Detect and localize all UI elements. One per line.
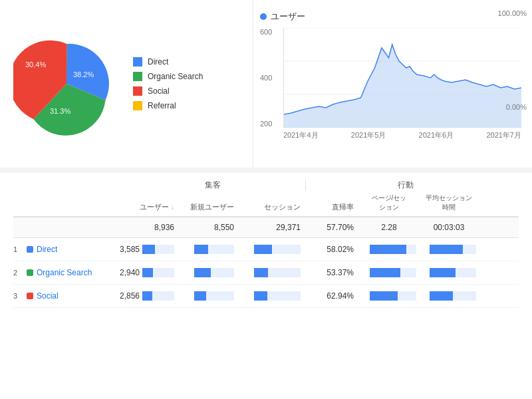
chart-canvas [283, 28, 521, 128]
total-avg: 00:03:03 [434, 223, 465, 232]
avg-bar-fill [430, 268, 456, 277]
users-bar-fill [142, 291, 152, 301]
pages-cell [359, 268, 416, 277]
users-cell: 2,940 [120, 268, 174, 277]
header-bounce[interactable]: 直帰率 [306, 202, 359, 212]
header-pages[interactable]: ページ/セッション [359, 194, 419, 212]
pie-label-direct: 38.2% [73, 70, 94, 78]
users-value: 3,585 [120, 245, 140, 254]
new-users-bar-fill [194, 245, 208, 254]
sessions-cell [239, 291, 301, 301]
x-label-apr: 2021年4月 [283, 130, 319, 140]
pie-label-organic: 31.3% [50, 107, 70, 115]
organic-color-icon [133, 72, 142, 81]
users-bar-bg [142, 268, 174, 277]
row-name-link[interactable]: Social [37, 291, 59, 301]
direct-color-icon [133, 57, 142, 66]
legend-direct: Direct [133, 57, 203, 66]
social-color-icon [133, 86, 142, 96]
row-name-cell: Direct [27, 245, 120, 254]
pages-bar-fill [370, 245, 406, 254]
pages-bar-bg [370, 291, 416, 301]
new-users-bar-fill [194, 268, 211, 277]
legend-organic-label: Organic Search [148, 72, 203, 81]
users-value: 2,940 [120, 268, 140, 277]
sessions-bar-fill [254, 245, 272, 254]
avg-cell [419, 268, 476, 277]
row-name-link[interactable]: Organic Search [37, 268, 92, 277]
users-bar-bg [142, 291, 174, 301]
legend-organic: Organic Search [133, 72, 203, 81]
legend-direct-label: Direct [148, 57, 168, 66]
pie-legend: Direct Organic Search Social Referral [133, 57, 203, 110]
x-label-may: 2021年5月 [351, 130, 386, 140]
avg-cell [419, 291, 476, 301]
header-avg[interactable]: 平均セッション時間 [419, 194, 479, 212]
row-rank: 1 [13, 245, 27, 253]
x-label-jul: 2021年7月 [486, 130, 521, 140]
users-value: 2,856 [120, 291, 140, 301]
legend-referral: Referral [133, 101, 203, 110]
table-row: 1 Direct 3,585 [13, 238, 519, 261]
new-users-cell [180, 291, 234, 301]
new-users-bar-bg [194, 245, 234, 254]
avg-cell [419, 245, 476, 254]
sessions-cell [239, 245, 301, 254]
y-axis: 600 400 200 [260, 28, 280, 128]
line-chart-area: 600 400 200 2021年4月 2021年 [260, 28, 521, 148]
total-users: 8,936 [154, 223, 174, 232]
sort-arrow-icon: ↓ [171, 203, 174, 211]
avg-bar-bg [430, 291, 476, 301]
sessions-bar-bg [254, 245, 301, 254]
new-users-bar-bg [194, 291, 234, 301]
sessions-cell [239, 268, 301, 277]
avg-bar-bg [430, 268, 476, 277]
table-rows: 1 Direct 3,585 [13, 238, 519, 308]
sessions-bar-bg [254, 291, 301, 301]
bounce-cell: 53.37% [306, 268, 359, 277]
referral-color-icon [133, 101, 142, 110]
pie-section: 38.2% 31.3% 30.4% Direct Organic Search … [0, 0, 253, 168]
total-new-users: 8,550 [214, 223, 234, 232]
y-label-200: 200 [260, 120, 280, 128]
legend-social: Social [133, 86, 203, 96]
header-sessions[interactable]: セッション [239, 202, 306, 212]
x-axis: 2021年4月 2021年5月 2021年6月 2021年7月 [283, 130, 521, 140]
avg-bar-fill [430, 245, 463, 254]
users-bar-fill [142, 268, 153, 277]
behavior-section-label: 行動 [306, 180, 505, 191]
users-bar-fill [142, 245, 155, 254]
pages-cell [359, 291, 416, 301]
sessions-bar-fill [254, 291, 267, 301]
avg-bar-bg [430, 245, 476, 254]
y-label-600: 600 [260, 28, 280, 36]
chart-title-label: ユーザー [271, 11, 305, 23]
total-pages: 2.28 [381, 223, 396, 232]
y-label-400: 400 [260, 74, 280, 82]
line-chart-section: ユーザー 600 400 200 [253, 0, 532, 168]
right-y-bottom: 0.00% [506, 103, 527, 111]
chart-title: ユーザー [260, 11, 521, 23]
pages-bar-fill [370, 291, 398, 301]
pages-bar-fill [370, 268, 400, 277]
row-name-link[interactable]: Direct [37, 245, 57, 254]
header-users[interactable]: ユーザー ↓ [120, 202, 180, 212]
row-name-cell: Organic Search [27, 268, 120, 277]
pages-bar-bg [370, 268, 416, 277]
row-name-cell: Social [27, 291, 120, 301]
new-users-bar-bg [194, 268, 234, 277]
row-rank: 2 [13, 269, 27, 277]
bounce-cell: 58.02% [306, 245, 359, 254]
legend-referral-label: Referral [148, 101, 176, 110]
users-bar-bg [142, 245, 174, 254]
total-bounce: 57.70% [327, 223, 354, 232]
row-color-icon [27, 269, 33, 276]
header-new-users[interactable]: 新規ユーザー [180, 202, 239, 212]
pages-bar-bg [370, 245, 416, 254]
users-cell: 2,856 [120, 291, 174, 301]
acquisitions-section-label: 集客 [120, 180, 306, 191]
total-sessions: 29,371 [276, 223, 301, 232]
pages-cell [359, 245, 416, 254]
chart-dot-icon [260, 13, 267, 20]
table-row: 3 Social 2,856 [13, 285, 519, 308]
